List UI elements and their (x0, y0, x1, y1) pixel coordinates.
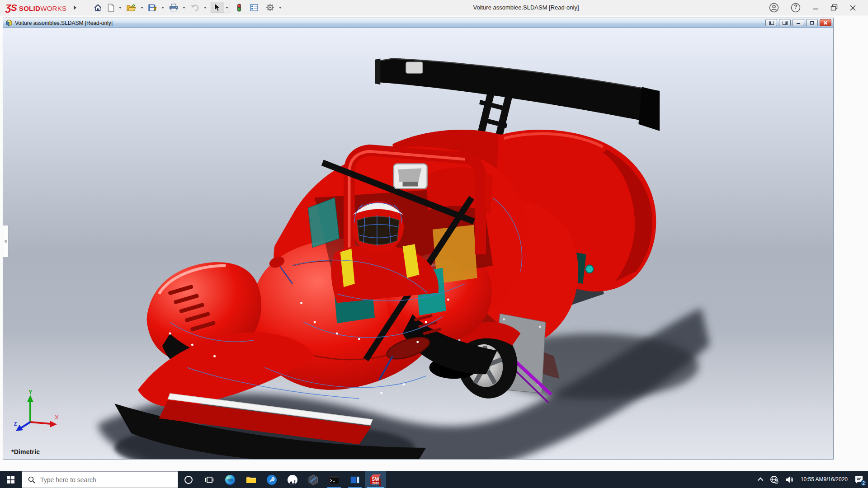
close-button[interactable] (849, 5, 856, 11)
help-button[interactable]: ? (791, 3, 801, 13)
taskbar-hexagon-app-button[interactable] (303, 471, 324, 488)
new-document-icon (108, 4, 114, 12)
save-dropdown-icon[interactable] (161, 7, 164, 9)
taskbar-photos-button[interactable] (282, 471, 303, 488)
pane-toggle-right-button[interactable] (779, 19, 791, 26)
network-button[interactable] (770, 475, 778, 484)
taskbar-search[interactable] (22, 471, 178, 488)
options-dropdown-icon[interactable] (279, 7, 282, 9)
quick-toolbar (91, 1, 284, 14)
solidworks-logo: ƷS SOLID WORKS (5, 2, 66, 13)
undo-icon (190, 4, 199, 12)
save-button[interactable] (147, 2, 158, 14)
triad-z-label: Z (14, 422, 17, 427)
start-button[interactable] (0, 471, 22, 488)
tray-date: 9/16/2020 (824, 476, 848, 483)
home-icon (94, 4, 102, 12)
search-icon (28, 476, 35, 483)
taskbar-edge-button[interactable] (220, 471, 241, 488)
solidworks-2020-icon: SW 2020 (370, 474, 381, 485)
notification-count-badge: 2 (860, 480, 867, 486)
minimize-icon (812, 5, 819, 11)
taskbar-task-view-button[interactable] (199, 471, 220, 488)
app-window-controls: ? (769, 0, 868, 15)
system-tray: 10:55 AM 9/16/2020 2 (752, 471, 868, 488)
windows-logo-icon (7, 476, 14, 483)
triad-x-label: X (55, 414, 59, 421)
taskbar-file-explorer-button[interactable] (241, 471, 261, 488)
feature-tree-collapsed-tab[interactable] (3, 225, 9, 258)
document-window: Voiture assomblee.SLDASM [Read-only] (3, 18, 834, 460)
photos-icon (288, 475, 297, 485)
taskbar-solidworks-button[interactable]: SW 2020 (365, 471, 386, 488)
app-window-title: Voiture assomblee.SLDASM [Read-only] (473, 4, 579, 11)
taskbar-command-prompt-button[interactable] (324, 471, 344, 488)
blue-window-app-icon (350, 476, 360, 484)
home-button[interactable] (92, 2, 104, 14)
assembly-file-icon (5, 19, 13, 27)
print-icon (169, 4, 178, 12)
task-pane-icon (250, 4, 258, 11)
select-tool-button[interactable] (211, 2, 224, 13)
pane-right-icon (783, 21, 788, 25)
rebuild-stoplight-button[interactable] (236, 2, 243, 14)
taskbar-clock[interactable]: 10:55 AM 9/16/2020 (801, 476, 848, 483)
tray-time: 10:55 AM (801, 476, 824, 483)
cortana-icon (184, 475, 193, 484)
volume-button[interactable] (785, 476, 794, 483)
close-icon (849, 5, 856, 11)
options-gear-icon (266, 3, 274, 12)
taskbar-blue-window-app-button[interactable] (344, 471, 365, 488)
taskbar-cortana-button[interactable] (178, 471, 199, 488)
print-dropdown-icon[interactable] (183, 7, 185, 9)
doc-minimize-button[interactable] (793, 19, 804, 26)
select-dropdown-icon (226, 7, 228, 9)
document-window-controls (765, 19, 831, 26)
new-document-button[interactable] (106, 2, 116, 14)
app-titlebar: ƷS SOLID WORKS (0, 0, 868, 15)
task-view-icon (205, 476, 214, 484)
hexagon-app-icon (308, 474, 318, 485)
restore-button[interactable] (830, 4, 838, 11)
orientation-triad: Y X Z (13, 389, 60, 433)
new-document-dropdown-icon[interactable] (119, 7, 122, 9)
doc-restore-icon (810, 21, 814, 25)
select-tool-dropdown[interactable] (224, 2, 230, 13)
edge-icon (225, 475, 235, 485)
support-tool-icon (267, 475, 277, 485)
undo-dropdown-icon[interactable] (204, 7, 207, 9)
pane-left-icon (769, 21, 774, 25)
print-button[interactable] (168, 2, 179, 14)
command-prompt-icon (329, 476, 339, 484)
document-title: Voiture assomblee.SLDASM [Read-only] (15, 20, 113, 26)
tab-grip-icon (5, 240, 7, 243)
task-pane-button[interactable] (249, 2, 259, 13)
search-input[interactable] (40, 476, 178, 483)
file-explorer-icon (246, 475, 256, 484)
options-button[interactable] (264, 1, 276, 14)
open-dropdown-icon[interactable] (141, 7, 143, 9)
menu-flyout-arrow-icon[interactable] (74, 5, 76, 10)
open-icon (127, 4, 136, 12)
rear-wing[interactable] (375, 59, 660, 131)
undo-button[interactable] (189, 2, 201, 14)
globe-network-icon (770, 475, 778, 484)
view-orientation-label: *Dimetric (11, 448, 40, 455)
open-button[interactable] (125, 2, 137, 14)
minimize-button[interactable] (812, 5, 819, 11)
pane-toggle-left-button[interactable] (765, 19, 777, 26)
taskbar-support-tool-button[interactable] (261, 471, 282, 488)
doc-close-button[interactable] (820, 19, 831, 26)
account-button[interactable] (769, 3, 779, 13)
tray-overflow-button[interactable] (759, 478, 763, 482)
chevron-up-icon (758, 478, 764, 483)
speaker-icon (785, 476, 794, 483)
document-titlebar[interactable]: Voiture assomblee.SLDASM [Read-only] (3, 18, 833, 28)
action-center-button[interactable]: 2 (854, 475, 863, 484)
rearview-mirror (394, 164, 427, 188)
rebuild-stoplight-icon (237, 4, 241, 12)
car-3d-model[interactable] (3, 28, 833, 459)
graphics-viewport[interactable]: Y X Z *Dimetric (3, 28, 833, 459)
doc-restore-button[interactable] (806, 19, 818, 26)
dassault-mark: ƷS (5, 2, 17, 13)
